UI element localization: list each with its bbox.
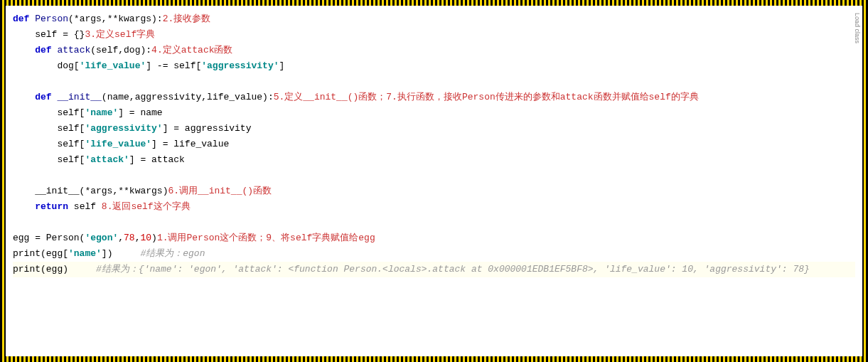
code-text: self (68, 201, 102, 212)
string-literal: 'life_value' (85, 139, 151, 149)
annotation: 6.调用__init__()函数 (168, 186, 272, 196)
function-name: attack (57, 45, 90, 55)
code-text: egg = Person( (13, 233, 85, 243)
comment: #结果为：{'name': 'egon', 'attack': <functio… (96, 264, 810, 275)
comma: , (118, 233, 124, 243)
function-name: __init__ (57, 92, 101, 102)
string-literal: 'aggressivity' (85, 123, 162, 134)
string-literal: 'name' (68, 248, 102, 259)
code-text: __init__(*args,**kwargs) (13, 186, 168, 196)
function-name: Person (35, 14, 68, 24)
annotation: 8.返回self这个字典 (102, 201, 191, 212)
indent (13, 92, 35, 102)
annotation: 4.定义attack函数 (151, 45, 232, 55)
code-text: self[ (13, 139, 85, 149)
string-literal: 'attack' (85, 154, 129, 165)
code-line: __init__(*args,**kwargs)6.调用__init__()函数 (13, 183, 855, 199)
code-text: (self,dog): (90, 45, 151, 55)
code-text: ] = life_value (151, 139, 229, 149)
code-line: self['attack'] = attack (13, 152, 855, 168)
code-line: self['name'] = name (13, 105, 855, 121)
annotation: 1.调用Person这个函数；9、将self字典赋值给egg (157, 233, 375, 243)
sidebar-label: Load class (854, 13, 861, 43)
code-text: ] = name (118, 107, 162, 118)
keyword-return: return (35, 201, 68, 212)
code-line: dog['life_value'] -= self['aggressivity'… (13, 58, 855, 74)
code-text: print(egg) (13, 264, 96, 275)
code-text: ) (151, 233, 157, 243)
code-text: self[ (13, 154, 85, 165)
code-text: self[ (13, 107, 85, 118)
blank-line (13, 215, 855, 230)
code-text: ] = aggressivity (163, 123, 252, 134)
code-line-highlighted: print(egg) #结果为：{'name': 'egon', 'attack… (13, 262, 855, 277)
code-text: ] -= self[ (146, 60, 201, 71)
string-literal: 'name' (85, 107, 118, 118)
keyword-def: def (35, 45, 51, 55)
code-line: return self 8.返回self这个字典 (13, 199, 855, 215)
annotation: 5.定义__init__()函数；7.执行函数，接收Person传进来的参数和a… (274, 92, 699, 102)
code-text: (*args,**kwargs): (68, 14, 163, 24)
indent (13, 45, 35, 55)
keyword-def: def (35, 92, 51, 102)
annotation: 3.定义self字典 (85, 29, 155, 40)
string-literal: 'aggressivity' (201, 60, 279, 71)
code-editor: Load class def Person(*args,**kwargs):2.… (6, 6, 862, 356)
code-text: (name,aggressivity,life_value): (102, 92, 274, 102)
annotation: 2.接收参数 (163, 14, 211, 24)
indent (13, 201, 35, 212)
string-literal: 'egon' (85, 233, 118, 243)
code-line: def __init__(name,aggressivity,life_valu… (13, 90, 855, 105)
string-literal: 'life_value' (80, 60, 146, 71)
code-line: print(egg['name']) #结果为：egon (13, 246, 855, 262)
keyword-def: def (13, 14, 29, 24)
code-line: def Person(*args,**kwargs):2.接收参数 (13, 11, 855, 27)
comment: #结果为：egon (140, 248, 205, 259)
blank-line (13, 74, 855, 90)
code-line: self = {}3.定义self字典 (13, 27, 855, 43)
code-text: dog[ (13, 60, 80, 71)
code-line: def attack(self,dog):4.定义attack函数 (13, 43, 855, 58)
code-text: ] (279, 60, 284, 71)
code-text: ] = attack (129, 154, 185, 165)
code-text: self[ (13, 123, 85, 134)
number-literal: 78 (124, 233, 135, 243)
code-line: self['life_value'] = life_value (13, 137, 855, 152)
number-literal: 10 (140, 233, 151, 243)
code-text: ]) (102, 248, 141, 259)
blank-line (13, 168, 855, 183)
code-text: print(egg[ (13, 248, 68, 259)
code-line: egg = Person('egon',78,10)1.调用Person这个函数… (13, 230, 855, 246)
code-line: self['aggressivity'] = aggressivity (13, 121, 855, 137)
code-text: self = {} (13, 29, 85, 40)
